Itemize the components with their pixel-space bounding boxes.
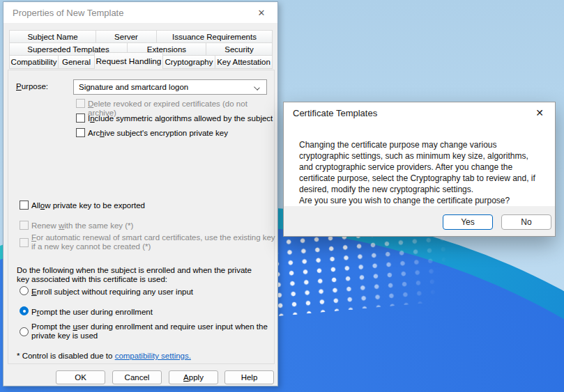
tab-cryptography[interactable]: Cryptography <box>162 55 215 69</box>
message-footer: Yes No <box>284 206 555 236</box>
enrollment-intro-text: Do the following when the subject is enr… <box>17 266 264 284</box>
tab-request-handling[interactable]: Request Handling <box>94 52 163 69</box>
cancel-button[interactable]: Cancel <box>112 370 162 384</box>
certificate-templates-dialog: Certificate Templates ✕ Changing the cer… <box>283 102 556 237</box>
radio-enroll-no-input-label: Enroll subject without requiring any use… <box>31 288 193 297</box>
purpose-dropdown[interactable]: Signature and smartcard logon <box>73 79 267 95</box>
message-dialog-title: Certificate Templates <box>293 108 377 118</box>
radio-enroll-no-input[interactable] <box>20 286 29 295</box>
no-button[interactable]: No <box>501 214 551 230</box>
tab-security[interactable]: Security <box>206 42 273 56</box>
checkbox-allow-export-label: Allow private key to be exported <box>31 201 145 210</box>
purpose-label: Purpose: <box>16 82 48 91</box>
radio-prompt-and-require-input-label: Prompt the user during enrollment and re… <box>31 322 268 340</box>
tab-compatibility[interactable]: Compatibility <box>9 55 59 69</box>
checkbox-archive-key-label: Archive subject's encryption private key <box>88 129 228 138</box>
tab-server[interactable]: Server <box>96 30 157 43</box>
radio-prompt-during-enrollment-label: Prompt the user during enrollment <box>31 308 153 317</box>
close-icon[interactable]: ✕ <box>254 5 269 20</box>
checkbox-delete-revoked <box>76 99 85 108</box>
close-icon[interactable]: ✕ <box>532 105 547 120</box>
purpose-dropdown-value: Signature and smartcard logon <box>79 83 188 91</box>
radio-prompt-during-enrollment[interactable] <box>20 306 29 315</box>
properties-titlebar: Properties of New Template ✕ <box>3 2 277 23</box>
footnote: * Control is disabled due to compatibili… <box>17 352 191 361</box>
tab-general[interactable]: General <box>58 55 95 69</box>
tab-strip: Subject Name Server Issuance Requirement… <box>9 30 274 68</box>
checkbox-renew-same-key <box>20 221 29 230</box>
tab-row-3: Compatibility General Request Handling C… <box>9 55 274 68</box>
request-handling-page: Purpose: Signature and smartcard logon D… <box>8 70 275 364</box>
help-button[interactable]: Help <box>224 370 274 384</box>
tab-row-1: Subject Name Server Issuance Requirement… <box>9 30 274 42</box>
properties-dialog: Properties of New Template ✕ Subject Nam… <box>3 1 278 386</box>
message-text: Changing the certificate purpose may cha… <box>299 139 542 195</box>
tab-key-attestation[interactable]: Key Attestation <box>215 55 273 69</box>
checkbox-include-symmetric-label: Include symmetric algorithms allowed by … <box>88 114 273 123</box>
message-body: Changing the certificate purpose may cha… <box>284 123 555 206</box>
checkbox-archive-key[interactable] <box>76 128 85 137</box>
message-question: Are you sure you wish to change the cert… <box>299 195 542 206</box>
apply-button[interactable]: Apply <box>169 370 218 384</box>
checkbox-auto-renewal-existing-key-label: For automatic renewal of smart card cert… <box>31 233 277 251</box>
checkbox-renew-same-key-label: Renew with the same key (*) <box>31 221 133 230</box>
yes-button[interactable]: Yes <box>443 214 493 230</box>
checkbox-allow-export[interactable] <box>20 201 29 210</box>
tab-issuance-requirements[interactable]: Issuance Requirements <box>156 30 273 43</box>
checkbox-auto-renewal-existing-key <box>20 238 29 247</box>
message-titlebar: Certificate Templates ✕ <box>284 102 555 123</box>
compatibility-settings-link[interactable]: compatibility settings. <box>115 352 191 360</box>
tab-subject-name[interactable]: Subject Name <box>9 30 96 43</box>
radio-prompt-and-require-input[interactable] <box>20 327 29 336</box>
checkbox-include-symmetric[interactable] <box>76 113 85 123</box>
ok-button[interactable]: OK <box>56 370 105 384</box>
chevron-down-icon <box>254 84 260 91</box>
properties-dialog-title: Properties of New Template <box>13 8 123 18</box>
